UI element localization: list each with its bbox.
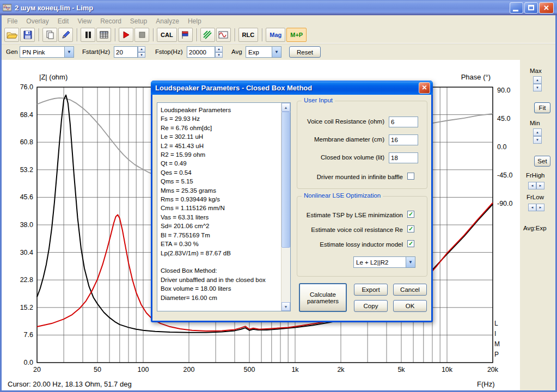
menu-item-edit[interactable]: Edit xyxy=(53,16,74,26)
spin-up-icon[interactable]: ▲ xyxy=(215,46,223,52)
toolbar-separator xyxy=(77,28,78,41)
calibration-flag-button[interactable] xyxy=(178,28,193,42)
left-axis-title: |Z| (ohm) xyxy=(39,73,68,81)
copy-button[interactable]: Copy xyxy=(354,300,388,312)
cancel-button[interactable]: Cancel xyxy=(393,284,427,296)
reset-button[interactable]: Reset xyxy=(289,46,321,58)
fstop-spinner[interactable]: ▲ ▼ xyxy=(215,46,223,58)
user-input-caption: User Input xyxy=(302,97,335,103)
spin-down-icon[interactable]: ▼ xyxy=(138,52,145,58)
infinite-baffle-checkbox[interactable] xyxy=(407,173,414,180)
title-bar[interactable]: 2 шум конец.lim - Limp ✕ xyxy=(0,0,557,15)
fstart-spinner[interactable]: ▲ ▼ xyxy=(138,46,145,58)
menu-item-setup[interactable]: Setup xyxy=(126,16,151,26)
membrane-diameter-input[interactable] xyxy=(389,134,418,145)
spin-up-icon[interactable]: ▲ xyxy=(533,128,542,136)
arrow-left-icon[interactable]: ◄ xyxy=(528,204,536,211)
toolbar-separator xyxy=(262,28,263,41)
magnitude-phase-view-button[interactable]: M+P xyxy=(286,28,307,42)
x-axis-tick: 1k xyxy=(291,366,299,373)
fit-button[interactable]: Fit xyxy=(534,102,550,113)
x-axis-tick: 20 xyxy=(33,366,41,373)
right-axis-title: Phase (°) xyxy=(461,73,491,81)
spin-up-icon[interactable]: ▲ xyxy=(533,76,542,84)
max-spinner[interactable]: ▲ ▼ xyxy=(533,76,542,91)
maximize-icon xyxy=(528,5,534,10)
voice-coil-resistance-label: Voice coil Resistance (ohm) xyxy=(307,118,384,125)
table-view-button[interactable] xyxy=(96,28,111,42)
fstop-input[interactable] xyxy=(187,46,215,58)
arrow-right-icon[interactable]: ► xyxy=(536,204,544,211)
menu-item-help[interactable]: Help xyxy=(183,16,206,26)
close-button[interactable]: ✕ xyxy=(539,2,554,14)
estimate-re-checkbox[interactable]: ✓ xyxy=(407,225,414,232)
pause-button[interactable] xyxy=(81,28,95,42)
averaging-select[interactable]: Exp ▼ xyxy=(246,46,281,58)
flag-icon xyxy=(181,30,189,39)
menu-bar: FileOverlayEditViewRecordSetupAnalyzeHel… xyxy=(2,15,555,27)
left-axis-tick: 76.0 xyxy=(20,83,33,91)
right-axis-tick: -45.0 xyxy=(497,171,513,179)
min-spinner[interactable]: ▲ ▼ xyxy=(533,128,542,144)
record-stop-button[interactable] xyxy=(134,28,149,42)
inductor-model-select[interactable]: Le + L2||R2 ▼ xyxy=(353,256,415,268)
sine-generator-button[interactable] xyxy=(216,28,231,42)
results-scrollbar[interactable]: ▲ ▼ xyxy=(281,103,290,311)
maximize-button[interactable] xyxy=(524,2,538,14)
estimate-inductor-checkbox[interactable]: ✓ xyxy=(407,240,414,247)
x-axis-tick: 100 xyxy=(138,366,149,373)
export-button[interactable]: Export xyxy=(354,284,388,296)
gen-label: Gen xyxy=(6,48,18,55)
menu-item-overlay[interactable]: Overlay xyxy=(22,16,53,26)
arrow-left-icon[interactable]: ◄ xyxy=(528,182,536,189)
copy-button[interactable] xyxy=(42,28,57,42)
generator-select[interactable]: PN Pink ▼ xyxy=(20,46,74,58)
dialog-title-bar[interactable]: Loudspeaker Parameters - Closed Box Meth… xyxy=(151,81,433,95)
menu-item-file[interactable]: File xyxy=(3,16,22,26)
scroll-up-icon[interactable]: ▲ xyxy=(281,103,290,112)
signal-hatch-button[interactable] xyxy=(200,28,215,42)
frlow-arrows[interactable]: ◄ ► xyxy=(528,204,544,211)
toolbar: CAL RLC Mag M+P xyxy=(2,27,555,44)
left-axis-tick: 60.8 xyxy=(20,138,33,146)
left-axis-tick: 45.6 xyxy=(20,193,33,201)
save-file-button[interactable] xyxy=(20,28,35,42)
x-axis-tick: 200 xyxy=(183,366,195,373)
record-start-button[interactable] xyxy=(119,28,133,42)
inductor-model-value: Le + L2||R2 xyxy=(354,259,406,266)
estimate-tsp-checkbox[interactable]: ✓ xyxy=(407,211,414,218)
minimize-button[interactable] xyxy=(510,2,523,14)
generator-value: PN Pink xyxy=(20,49,64,56)
spin-down-icon[interactable]: ▼ xyxy=(533,84,542,91)
spin-up-icon[interactable]: ▲ xyxy=(138,46,145,52)
chevron-down-icon[interactable]: ▼ xyxy=(64,47,74,57)
fstart-input[interactable] xyxy=(114,46,138,58)
spin-down-icon[interactable]: ▼ xyxy=(533,136,542,144)
open-file-button[interactable] xyxy=(4,28,19,42)
generator-bar: Gen PN Pink ▼ Fstart(Hz) ▲ ▼ Fstop(Hz) ▲… xyxy=(2,44,555,59)
frhigh-arrows[interactable]: ◄ ► xyxy=(528,182,544,189)
set-button[interactable]: Set xyxy=(534,156,550,167)
menu-item-analyze[interactable]: Analyze xyxy=(151,16,183,26)
calculate-parameters-button[interactable]: Calculate parameters xyxy=(299,283,347,312)
spin-down-icon[interactable]: ▼ xyxy=(215,52,223,58)
chevron-down-icon[interactable]: ▼ xyxy=(406,257,415,267)
voice-coil-resistance-input[interactable] xyxy=(389,117,418,127)
ok-button[interactable]: OK xyxy=(393,300,427,312)
edit-pen-button[interactable] xyxy=(58,28,73,42)
chevron-down-icon[interactable]: ▼ xyxy=(272,47,281,57)
rlc-button[interactable]: RLC xyxy=(238,28,259,42)
green-hatch-icon xyxy=(203,30,212,39)
scrollbar-thumb[interactable] xyxy=(281,112,290,248)
scroll-down-icon[interactable]: ▼ xyxy=(281,302,290,311)
menu-item-record[interactable]: Record xyxy=(96,16,126,26)
menu-item-view[interactable]: View xyxy=(73,16,96,26)
min-label: Min xyxy=(530,120,540,126)
minimize-icon xyxy=(513,10,518,11)
calibrate-button[interactable]: CAL xyxy=(157,28,177,42)
arrow-right-icon[interactable]: ► xyxy=(536,182,544,189)
closed-box-volume-input[interactable] xyxy=(389,152,418,163)
magnitude-view-button[interactable]: Mag xyxy=(266,28,285,42)
results-box[interactable]: Loudspeaker Parameters Fs = 29.93 Hz Re … xyxy=(157,102,291,311)
dialog-close-button[interactable]: ✕ xyxy=(419,82,430,94)
